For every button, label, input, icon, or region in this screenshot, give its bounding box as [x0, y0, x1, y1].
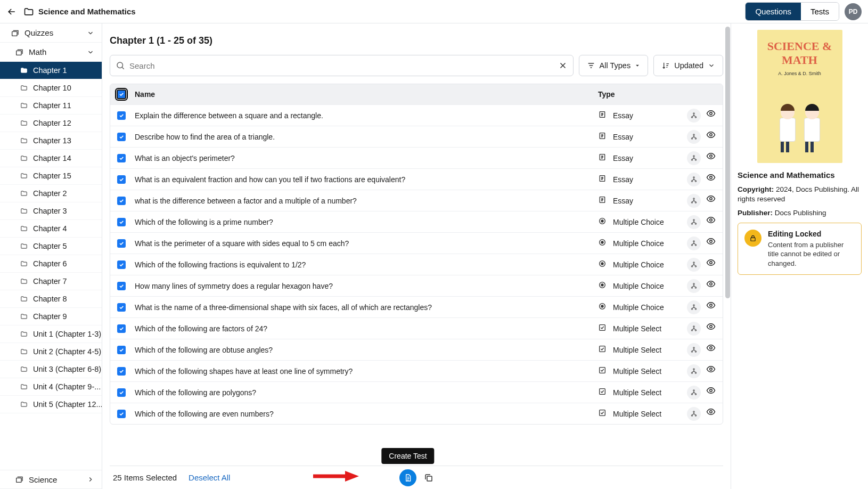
- eye-icon[interactable]: [706, 151, 716, 161]
- row-checkbox[interactable]: [117, 303, 126, 312]
- eye-icon[interactable]: [706, 194, 716, 203]
- copy-icon[interactable]: [424, 473, 433, 483]
- create-test-button[interactable]: [399, 469, 416, 486]
- row-action-tree[interactable]: [687, 130, 701, 144]
- sidebar-item[interactable]: Chapter 6: [0, 255, 102, 273]
- sidebar-item[interactable]: Unit 3 (Chapter 6-8): [0, 361, 102, 378]
- sidebar-item[interactable]: Chapter 5: [0, 238, 102, 255]
- table-row[interactable]: Which of the following is a prime number…: [110, 211, 723, 232]
- table-row[interactable]: Explain the difference between a square …: [110, 104, 723, 126]
- eye-icon[interactable]: [706, 215, 716, 225]
- row-action-tree[interactable]: [687, 364, 701, 378]
- sidebar-item[interactable]: Chapter 13: [0, 132, 102, 150]
- sidebar-item[interactable]: Chapter 10: [0, 79, 102, 97]
- avatar[interactable]: PD: [845, 3, 862, 20]
- row-action-tree[interactable]: [687, 407, 701, 421]
- back-arrow-icon[interactable]: [6, 6, 17, 17]
- filter-types[interactable]: All Types: [579, 55, 649, 76]
- table-row[interactable]: Which of the following are polygons?Mult…: [110, 381, 723, 403]
- eye-icon[interactable]: [706, 173, 716, 182]
- sidebar-group-math[interactable]: Math: [0, 43, 102, 62]
- eye-icon[interactable]: [706, 322, 716, 331]
- row-checkbox[interactable]: [117, 175, 126, 184]
- eye-icon[interactable]: [706, 386, 716, 395]
- tab-questions[interactable]: Questions: [746, 3, 801, 20]
- table-row[interactable]: What is the perimeter of a square with s…: [110, 232, 723, 254]
- scrollbar[interactable]: [725, 27, 730, 298]
- sidebar-item[interactable]: Chapter 8: [0, 290, 102, 308]
- row-checkbox[interactable]: [117, 367, 126, 376]
- row-action-tree[interactable]: [687, 258, 701, 272]
- table-row[interactable]: Which of the following are factors of 24…: [110, 317, 723, 339]
- row-checkbox[interactable]: [117, 260, 126, 269]
- eye-icon[interactable]: [706, 300, 716, 310]
- clear-search-icon[interactable]: [558, 61, 568, 70]
- row-action-tree[interactable]: [687, 151, 701, 165]
- sidebar-group-science[interactable]: Science: [0, 470, 102, 489]
- table-row[interactable]: Describe how to find the area of a trian…: [110, 126, 723, 147]
- sidebar-item[interactable]: Unit 2 (Chapter 4-5): [0, 343, 102, 361]
- row-checkbox[interactable]: [117, 239, 126, 248]
- row-action-tree[interactable]: [687, 109, 701, 123]
- sidebar-item[interactable]: Chapter 9: [0, 308, 102, 325]
- sidebar-group-quizzes[interactable]: Quizzes: [0, 23, 102, 43]
- row-action-tree[interactable]: [687, 194, 701, 208]
- table-row[interactable]: What is an equivalent fraction and how c…: [110, 168, 723, 190]
- table-row[interactable]: What is an object's perimeter?Essay: [110, 147, 723, 168]
- svg-rect-87: [751, 238, 755, 241]
- row-checkbox[interactable]: [117, 410, 126, 418]
- eye-icon[interactable]: [706, 279, 716, 289]
- table-row[interactable]: Which of the following are even numbers?…: [110, 403, 723, 424]
- table-row[interactable]: Which of the following shapes have at le…: [110, 360, 723, 381]
- row-checkbox[interactable]: [117, 324, 126, 333]
- table-row[interactable]: Which of the following fractions is equi…: [110, 254, 723, 275]
- select-all-checkbox[interactable]: [117, 89, 126, 99]
- sidebar-item[interactable]: Chapter 1: [0, 62, 102, 79]
- row-checkbox[interactable]: [117, 133, 126, 141]
- eye-icon[interactable]: [706, 407, 716, 417]
- eye-icon[interactable]: [706, 237, 716, 246]
- row-action-tree[interactable]: [687, 343, 701, 357]
- row-action-tree[interactable]: [687, 215, 701, 229]
- eye-icon[interactable]: [706, 130, 716, 140]
- row-checkbox[interactable]: [117, 197, 126, 205]
- eye-icon[interactable]: [706, 343, 716, 353]
- row-checkbox[interactable]: [117, 282, 126, 290]
- search-input[interactable]: [125, 61, 558, 70]
- row-checkbox[interactable]: [117, 388, 126, 397]
- row-action-tree[interactable]: [687, 173, 701, 186]
- eye-icon[interactable]: [706, 364, 716, 374]
- sidebar-item[interactable]: Chapter 15: [0, 167, 102, 185]
- sidebar-item[interactable]: Chapter 11: [0, 97, 102, 115]
- sidebar-item[interactable]: Unit 1 (Chapter 1-3): [0, 325, 102, 343]
- row-action-tree[interactable]: [687, 279, 701, 293]
- table-row[interactable]: Which of the following are obtuse angles…: [110, 339, 723, 360]
- row-checkbox[interactable]: [117, 154, 126, 162]
- sidebar-item[interactable]: Chapter 7: [0, 273, 102, 290]
- svg-point-21: [691, 180, 692, 181]
- sidebar-item[interactable]: Chapter 3: [0, 202, 102, 220]
- row-checkbox[interactable]: [117, 111, 126, 120]
- row-action-tree[interactable]: [687, 300, 701, 314]
- sidebar-item[interactable]: Chapter 12: [0, 115, 102, 132]
- row-action-tree[interactable]: [687, 237, 701, 250]
- eye-icon[interactable]: [706, 258, 716, 267]
- row-checkbox[interactable]: [117, 346, 126, 354]
- sidebar-item[interactable]: Chapter 2: [0, 185, 102, 202]
- sort-dropdown[interactable]: Updated: [653, 55, 723, 76]
- eye-icon[interactable]: [706, 109, 716, 118]
- sidebar-item[interactable]: Unit 5 (Chapter 12...: [0, 396, 102, 413]
- tab-tests[interactable]: Tests: [801, 3, 839, 20]
- row-checkbox[interactable]: [117, 218, 126, 226]
- row-action-tree[interactable]: [687, 386, 701, 400]
- table-row[interactable]: what is the difference between a factor …: [110, 190, 723, 211]
- row-action-tree[interactable]: [687, 322, 701, 336]
- sidebar-item[interactable]: Chapter 14: [0, 150, 102, 167]
- table-row[interactable]: What is the name of a three-dimensional …: [110, 296, 723, 317]
- deselect-all-link[interactable]: Deselect All: [189, 473, 230, 482]
- sidebar-item[interactable]: Unit 4 (Chapter 9-...: [0, 378, 102, 396]
- table-row[interactable]: How many lines of symmetry does a regula…: [110, 275, 723, 296]
- sidebar-item[interactable]: Chapter 4: [0, 220, 102, 238]
- stack-icon: [11, 29, 19, 37]
- svg-point-16: [691, 159, 692, 160]
